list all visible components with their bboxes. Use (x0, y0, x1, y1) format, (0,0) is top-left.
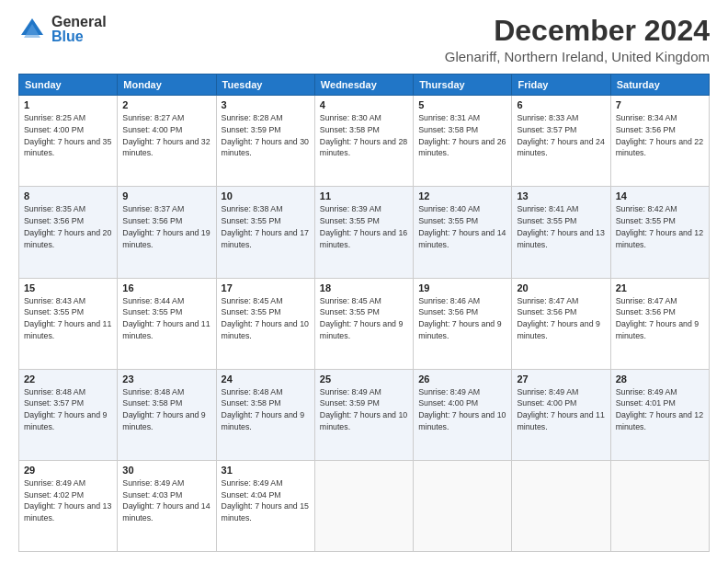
day-info: Sunrise: 8:46 AMSunset: 3:56 PMDaylight:… (418, 295, 506, 342)
day-info: Sunrise: 8:47 AMSunset: 3:56 PMDaylight:… (616, 295, 704, 342)
calendar-day-header: Friday (512, 75, 610, 96)
calendar-cell: 4Sunrise: 8:30 AMSunset: 3:58 PMDaylight… (314, 96, 413, 187)
day-number: 27 (517, 373, 605, 385)
day-info: Sunrise: 8:45 AMSunset: 3:55 PMDaylight:… (320, 295, 408, 342)
logo-general: General (51, 15, 107, 29)
calendar-cell: 19Sunrise: 8:46 AMSunset: 3:56 PMDayligh… (414, 278, 512, 369)
calendar-cell: 2Sunrise: 8:27 AMSunset: 4:00 PMDaylight… (118, 96, 216, 187)
day-number: 6 (517, 99, 605, 110)
day-info: Sunrise: 8:49 AMSunset: 4:03 PMDaylight:… (122, 477, 210, 524)
day-info: Sunrise: 8:34 AMSunset: 3:56 PMDaylight:… (616, 112, 704, 159)
logo: General Blue (18, 15, 107, 44)
day-info: Sunrise: 8:27 AMSunset: 4:00 PMDaylight:… (122, 112, 210, 159)
day-number: 26 (418, 373, 506, 385)
day-info: Sunrise: 8:45 AMSunset: 3:55 PMDaylight:… (222, 295, 310, 342)
calendar-cell: 17Sunrise: 8:45 AMSunset: 3:55 PMDayligh… (216, 278, 314, 369)
day-info: Sunrise: 8:25 AMSunset: 4:00 PMDaylight:… (24, 112, 112, 159)
calendar-day-header: Saturday (610, 75, 709, 96)
calendar-cell (414, 460, 512, 551)
calendar-cell: 25Sunrise: 8:49 AMSunset: 3:59 PMDayligh… (314, 369, 413, 460)
calendar-cell: 27Sunrise: 8:49 AMSunset: 4:00 PMDayligh… (512, 369, 610, 460)
day-info: Sunrise: 8:39 AMSunset: 3:55 PMDaylight:… (320, 203, 408, 250)
calendar-cell: 12Sunrise: 8:40 AMSunset: 3:55 PMDayligh… (414, 187, 512, 278)
calendar-header-row: SundayMondayTuesdayWednesdayThursdayFrid… (19, 75, 710, 96)
day-number: 18 (320, 282, 408, 293)
logo-text: General Blue (51, 15, 107, 44)
day-info: Sunrise: 8:33 AMSunset: 3:57 PMDaylight:… (517, 112, 605, 159)
calendar-cell: 14Sunrise: 8:42 AMSunset: 3:55 PMDayligh… (610, 187, 709, 278)
day-number: 24 (222, 373, 310, 385)
day-number: 3 (222, 99, 310, 110)
day-number: 4 (320, 99, 408, 110)
day-info: Sunrise: 8:37 AMSunset: 3:56 PMDaylight:… (122, 203, 210, 250)
day-number: 15 (24, 282, 112, 293)
calendar-week-row: 15Sunrise: 8:43 AMSunset: 3:55 PMDayligh… (19, 278, 710, 369)
day-number: 16 (122, 282, 210, 293)
day-number: 19 (418, 282, 506, 293)
day-number: 28 (616, 373, 704, 385)
day-number: 22 (24, 373, 112, 385)
calendar-cell: 1Sunrise: 8:25 AMSunset: 4:00 PMDaylight… (19, 96, 118, 187)
day-number: 29 (24, 465, 112, 476)
day-number: 1 (24, 99, 112, 110)
day-number: 25 (320, 373, 408, 385)
calendar-day-header: Wednesday (314, 75, 413, 96)
day-number: 9 (122, 190, 210, 201)
day-info: Sunrise: 8:30 AMSunset: 3:58 PMDaylight:… (320, 112, 408, 159)
main-title: December 2024 (445, 15, 710, 47)
calendar-cell: 24Sunrise: 8:48 AMSunset: 3:58 PMDayligh… (216, 369, 314, 460)
logo-blue: Blue (51, 29, 107, 44)
calendar-cell: 20Sunrise: 8:47 AMSunset: 3:56 PMDayligh… (512, 278, 610, 369)
calendar-cell (610, 460, 709, 551)
calendar-cell: 3Sunrise: 8:28 AMSunset: 3:59 PMDaylight… (216, 96, 314, 187)
day-number: 10 (222, 190, 310, 201)
day-info: Sunrise: 8:38 AMSunset: 3:55 PMDaylight:… (222, 203, 310, 250)
calendar-cell: 8Sunrise: 8:35 AMSunset: 3:56 PMDaylight… (19, 187, 118, 278)
day-number: 7 (616, 99, 704, 110)
calendar-cell: 28Sunrise: 8:49 AMSunset: 4:01 PMDayligh… (610, 369, 709, 460)
calendar-cell: 23Sunrise: 8:48 AMSunset: 3:58 PMDayligh… (118, 369, 216, 460)
calendar-cell: 21Sunrise: 8:47 AMSunset: 3:56 PMDayligh… (610, 278, 709, 369)
day-number: 5 (418, 99, 506, 110)
day-info: Sunrise: 8:41 AMSunset: 3:55 PMDaylight:… (517, 203, 605, 250)
day-number: 12 (418, 190, 506, 201)
calendar-cell: 30Sunrise: 8:49 AMSunset: 4:03 PMDayligh… (118, 460, 216, 551)
day-info: Sunrise: 8:49 AMSunset: 4:00 PMDaylight:… (418, 386, 506, 433)
calendar-cell (314, 460, 413, 551)
calendar-cell: 7Sunrise: 8:34 AMSunset: 3:56 PMDaylight… (610, 96, 709, 187)
calendar-week-row: 8Sunrise: 8:35 AMSunset: 3:56 PMDaylight… (19, 187, 710, 278)
day-info: Sunrise: 8:48 AMSunset: 3:58 PMDaylight:… (122, 386, 210, 433)
calendar-day-header: Tuesday (216, 75, 314, 96)
day-info: Sunrise: 8:49 AMSunset: 4:02 PMDaylight:… (24, 477, 112, 524)
day-info: Sunrise: 8:42 AMSunset: 3:55 PMDaylight:… (616, 203, 704, 250)
calendar-cell: 15Sunrise: 8:43 AMSunset: 3:55 PMDayligh… (19, 278, 118, 369)
calendar-cell: 10Sunrise: 8:38 AMSunset: 3:55 PMDayligh… (216, 187, 314, 278)
calendar-cell: 6Sunrise: 8:33 AMSunset: 3:57 PMDaylight… (512, 96, 610, 187)
day-info: Sunrise: 8:44 AMSunset: 3:55 PMDaylight:… (122, 295, 210, 342)
calendar-week-row: 1Sunrise: 8:25 AMSunset: 4:00 PMDaylight… (19, 96, 710, 187)
header: General Blue December 2024 Glenariff, No… (18, 15, 710, 64)
day-info: Sunrise: 8:43 AMSunset: 3:55 PMDaylight:… (24, 295, 112, 342)
day-info: Sunrise: 8:48 AMSunset: 3:58 PMDaylight:… (222, 386, 310, 433)
calendar-table: SundayMondayTuesdayWednesdayThursdayFrid… (18, 74, 710, 552)
title-block: December 2024 Glenariff, Northern Irelan… (445, 15, 710, 64)
calendar-week-row: 22Sunrise: 8:48 AMSunset: 3:57 PMDayligh… (19, 369, 710, 460)
day-info: Sunrise: 8:49 AMSunset: 4:00 PMDaylight:… (517, 386, 605, 433)
calendar-cell: 31Sunrise: 8:49 AMSunset: 4:04 PMDayligh… (216, 460, 314, 551)
day-info: Sunrise: 8:48 AMSunset: 3:57 PMDaylight:… (24, 386, 112, 433)
calendar-cell: 11Sunrise: 8:39 AMSunset: 3:55 PMDayligh… (314, 187, 413, 278)
day-info: Sunrise: 8:49 AMSunset: 4:01 PMDaylight:… (616, 386, 704, 433)
calendar-cell: 5Sunrise: 8:31 AMSunset: 3:58 PMDaylight… (414, 96, 512, 187)
calendar-cell: 9Sunrise: 8:37 AMSunset: 3:56 PMDaylight… (118, 187, 216, 278)
day-info: Sunrise: 8:49 AMSunset: 3:59 PMDaylight:… (320, 386, 408, 433)
day-number: 31 (222, 465, 310, 476)
calendar-cell: 16Sunrise: 8:44 AMSunset: 3:55 PMDayligh… (118, 278, 216, 369)
calendar-day-header: Thursday (414, 75, 512, 96)
calendar-cell (512, 460, 610, 551)
day-info: Sunrise: 8:35 AMSunset: 3:56 PMDaylight:… (24, 203, 112, 250)
day-number: 30 (122, 465, 210, 476)
day-number: 17 (222, 282, 310, 293)
day-number: 2 (122, 99, 210, 110)
day-info: Sunrise: 8:49 AMSunset: 4:04 PMDaylight:… (222, 477, 310, 524)
day-number: 21 (616, 282, 704, 293)
